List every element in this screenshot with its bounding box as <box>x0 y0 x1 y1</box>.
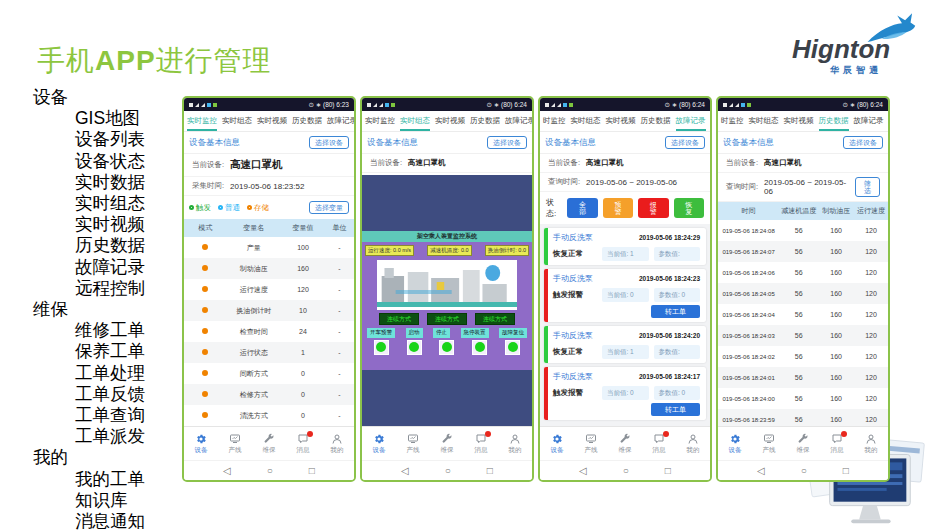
filter-all-button[interactable]: 全部 <box>567 198 597 218</box>
nav-mine[interactable]: 我的 <box>320 427 354 460</box>
android-home-icon[interactable]: ○ <box>445 465 451 476</box>
tab-realtime-monitor[interactable]: 实时监控 <box>365 111 395 131</box>
query-time-value[interactable]: 2019-05-06 ~ 2019-05-06 <box>586 178 677 187</box>
android-recent-icon[interactable]: □ <box>309 465 315 476</box>
phone-realtime-monitor: ⊙ ∗ (80) 6:23 实时监控 实时组态 实时视频 历史数据 故障记录 远… <box>182 96 356 482</box>
tab-history-data[interactable]: 历史数据 <box>470 111 500 131</box>
slide-title: 手机APP进行管理 <box>37 42 272 80</box>
tab-realtime-video[interactable]: 实时视频 <box>257 111 287 131</box>
android-home-icon[interactable]: ○ <box>623 465 629 476</box>
trigger-dot-icon <box>189 205 194 210</box>
tab-realtime-monitor[interactable]: 实时监控 <box>187 111 217 131</box>
mode-button[interactable]: 连续方式 <box>427 313 467 325</box>
nav-messages[interactable]: 消息 <box>464 427 498 460</box>
android-back-icon[interactable]: ◁ <box>579 465 587 476</box>
tab-realtime-monitor[interactable]: 时监控 <box>721 111 744 131</box>
machine-image <box>377 260 517 310</box>
nav-production-line[interactable]: 产线 <box>218 427 252 460</box>
person-icon <box>687 433 699 445</box>
fault-name: 手动反洗泵 <box>553 273 593 284</box>
prestart-warning-button[interactable]: 开车预警 <box>367 328 395 338</box>
tab-realtime-config[interactable]: 实时组态 <box>571 111 601 131</box>
select-device-button[interactable]: 选择设备 <box>309 136 349 149</box>
nav-messages[interactable]: 消息 <box>286 427 320 460</box>
tab-realtime-video[interactable]: 实时视频 <box>435 111 465 131</box>
tab-realtime-config[interactable]: 实时组态 <box>749 111 779 131</box>
android-back-icon[interactable]: ◁ <box>757 465 765 476</box>
table-row: 换油倒计时10- <box>184 300 354 321</box>
title-part: 进行管理 <box>156 45 272 76</box>
gear-icon <box>551 433 563 445</box>
tab-realtime-video[interactable]: 实时视频 <box>784 111 814 131</box>
nav-device[interactable]: 设备 <box>718 427 752 460</box>
nav-messages[interactable]: 消息 <box>642 427 676 460</box>
nav-mine[interactable]: 我的 <box>676 427 710 460</box>
filter-alarm-button[interactable]: 报警 <box>638 198 668 218</box>
estop-button[interactable]: 急停装置 <box>461 328 489 338</box>
start-button[interactable]: 启动 <box>406 328 423 338</box>
nav-production-line[interactable]: 产线 <box>396 427 430 460</box>
nav-device[interactable]: 设备 <box>184 427 218 460</box>
hmi-panel: 架空乘人装置监控系统 运行速度: 0.0 m/s 减速机温度: 0.0 换油倒计… <box>362 175 532 426</box>
feature-item-order-handle: 工单处理 <box>75 363 145 384</box>
filter-warning-button[interactable]: 预警 <box>603 198 633 218</box>
mode-dot-icon <box>202 265 208 271</box>
nav-production-line[interactable]: 产线 <box>574 427 608 460</box>
gear-icon <box>195 433 207 445</box>
android-recent-icon[interactable]: □ <box>665 465 671 476</box>
nav-maintenance[interactable]: 维保 <box>430 427 464 460</box>
tab-fault-records[interactable]: 故障记录 <box>327 111 354 131</box>
fault-reset-button[interactable]: 故障复位 <box>499 328 527 338</box>
gear-icon <box>729 433 741 445</box>
mode-button[interactable]: 连续方式 <box>475 313 515 325</box>
android-home-icon[interactable]: ○ <box>801 465 807 476</box>
tab-realtime-config[interactable]: 实时组态 <box>222 111 252 131</box>
tab-realtime-video[interactable]: 实时视频 <box>606 111 636 131</box>
tab-fault-records[interactable]: 故障记录 <box>854 111 884 131</box>
to-workorder-button[interactable]: 转工单 <box>651 305 700 318</box>
select-variable-button[interactable]: 选择变量 <box>309 201 349 214</box>
android-back-icon[interactable]: ◁ <box>401 465 409 476</box>
status-time: ⊙ ∗ (80) 6:24 <box>486 101 527 109</box>
nav-maintenance[interactable]: 维保 <box>252 427 286 460</box>
mode-dot-icon <box>202 286 208 292</box>
variable-legend: 触发 普通 存储 选择变量 <box>184 196 354 219</box>
feature-outline: 设备 GIS地图 设备列表 设备状态 实时数据 实时组态 实时视频 历史数据 故… <box>33 87 145 530</box>
nav-production-line[interactable]: 产线 <box>752 427 786 460</box>
fault-name: 手动反洗泵 <box>553 232 593 243</box>
mode-button[interactable]: 连续方式 <box>379 313 419 325</box>
android-recent-icon[interactable]: □ <box>487 465 493 476</box>
tab-history-data[interactable]: 历史数据 <box>641 111 671 131</box>
nav-device[interactable]: 设备 <box>540 427 574 460</box>
android-recent-icon[interactable]: □ <box>843 465 849 476</box>
nav-mine[interactable]: 我的 <box>498 427 532 460</box>
fault-status: 触发报警 <box>553 290 597 300</box>
nav-device[interactable]: 设备 <box>362 427 396 460</box>
tab-fault-records[interactable]: 故障记录 <box>676 111 706 131</box>
nav-maintenance[interactable]: 维保 <box>608 427 642 460</box>
title-part: 手机 <box>37 45 95 76</box>
select-device-button[interactable]: 选择设备 <box>843 136 883 149</box>
query-time-value[interactable]: 2019-05-06 ~ 2019-05-06 <box>764 178 849 196</box>
to-workorder-button[interactable]: 转工单 <box>651 403 700 416</box>
tab-history-data[interactable]: 历史数据 <box>292 111 322 131</box>
android-back-icon[interactable]: ◁ <box>223 465 231 476</box>
tab-history-data[interactable]: 历史数据 <box>819 111 849 131</box>
table-row: 019-05-06 18:24:0356160120 <box>718 325 888 346</box>
param-value-chip: 参数值: 0 <box>654 288 701 302</box>
fault-time: 2019-05-06 18:24:29 <box>639 234 700 241</box>
nav-mine[interactable]: 我的 <box>854 427 888 460</box>
filter-recover-button[interactable]: 恢复 <box>674 198 704 218</box>
tab-realtime-monitor[interactable]: 时监控 <box>543 111 566 131</box>
fault-time: 2019-05-06 18:24:17 <box>639 373 700 380</box>
stop-button[interactable]: 停止 <box>433 328 450 338</box>
nav-maintenance[interactable]: 维保 <box>786 427 820 460</box>
tab-realtime-config[interactable]: 实时组态 <box>400 111 430 131</box>
section-title: 设备基本信息 <box>545 137 596 149</box>
select-device-button[interactable]: 选择设备 <box>665 136 705 149</box>
select-device-button[interactable]: 选择设备 <box>487 136 527 149</box>
tab-fault-records[interactable]: 故障记录 <box>505 111 532 131</box>
nav-messages[interactable]: 消息 <box>820 427 854 460</box>
android-home-icon[interactable]: ○ <box>267 465 273 476</box>
filter-button[interactable]: 筛选 <box>855 177 880 197</box>
